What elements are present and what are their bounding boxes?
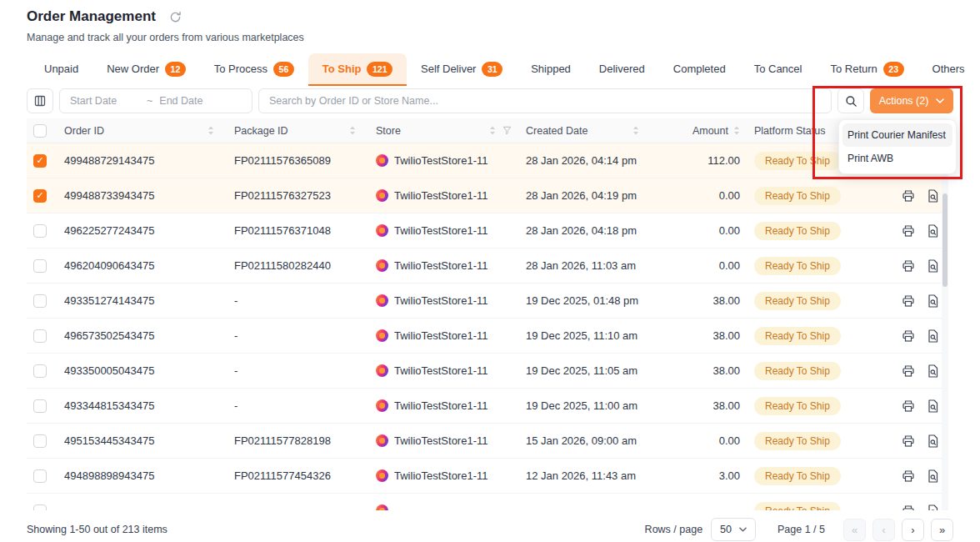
package-id-cell: -: [225, 294, 367, 307]
status-badge: Ready To Ship: [754, 187, 841, 205]
status-badge: Ready To Ship: [754, 257, 841, 275]
document-search-icon[interactable]: [927, 224, 939, 238]
document-search-icon[interactable]: [927, 189, 939, 203]
print-icon[interactable]: [902, 469, 915, 483]
sort-icon[interactable]: [733, 126, 740, 135]
print-icon[interactable]: [902, 224, 915, 238]
last-page-button[interactable]: »: [931, 519, 953, 541]
print-icon[interactable]: [902, 434, 915, 448]
tab-new-order[interactable]: New Order12: [92, 53, 200, 86]
start-date-placeholder: Start Date: [70, 95, 147, 107]
row-checkbox[interactable]: [33, 259, 47, 273]
rows-per-page-select[interactable]: 50: [711, 518, 756, 541]
sort-icon[interactable]: [632, 126, 639, 135]
tab-to-ship[interactable]: To Ship121: [308, 53, 407, 86]
tab-completed[interactable]: Completed: [659, 53, 740, 86]
row-checkbox[interactable]: [33, 504, 47, 511]
print-icon[interactable]: [902, 189, 915, 203]
tab-to-process[interactable]: To Process56: [200, 53, 308, 86]
created-date-cell: 19 Dec 2025, 11:05 am: [517, 364, 650, 377]
actions-button-label: Actions (2): [879, 95, 929, 107]
tab-shipped[interactable]: Shipped: [517, 53, 585, 86]
row-checkbox[interactable]: [33, 469, 47, 483]
tab-unpaid[interactable]: Unpaid: [30, 53, 92, 86]
document-search-icon[interactable]: [927, 329, 939, 343]
row-actions: [868, 189, 948, 203]
print-icon[interactable]: [902, 329, 915, 343]
menu-item-print-awb[interactable]: Print AWB: [842, 147, 952, 170]
columns-icon: [34, 95, 46, 107]
refresh-icon[interactable]: [169, 11, 182, 23]
package-id-cell: FP02111577828198: [225, 434, 367, 447]
sort-icon[interactable]: [208, 126, 214, 135]
row-checkbox[interactable]: [33, 224, 47, 238]
document-search-icon[interactable]: [927, 364, 939, 378]
tab-self-deliver[interactable]: Self Deliver31: [407, 53, 517, 86]
tab-others[interactable]: Others: [918, 53, 979, 86]
order-id-cell: 495153445343475: [55, 434, 225, 447]
print-icon[interactable]: [902, 399, 915, 413]
tab-to-return[interactable]: To Return23: [816, 53, 918, 86]
store-cell: [367, 504, 517, 510]
row-checkbox[interactable]: [33, 154, 47, 168]
search-button[interactable]: [838, 88, 864, 113]
row-checkbox[interactable]: [33, 399, 47, 413]
document-search-icon[interactable]: [927, 434, 939, 448]
prev-page-button[interactable]: ‹: [872, 519, 895, 541]
document-search-icon[interactable]: [927, 504, 939, 511]
filter-icon[interactable]: [502, 126, 512, 135]
column-header-order-id[interactable]: Order ID: [55, 125, 225, 137]
next-page-button[interactable]: ›: [902, 519, 924, 541]
document-search-icon[interactable]: [927, 469, 939, 483]
tab-count-badge: 31: [482, 62, 502, 77]
date-separator: ~: [147, 95, 152, 107]
row-checkbox[interactable]: [33, 329, 47, 343]
tab-label: Shipped: [531, 63, 571, 75]
document-search-icon[interactable]: [927, 399, 939, 413]
select-all-checkbox[interactable]: [33, 124, 47, 138]
column-header-amount[interactable]: Amount: [650, 125, 743, 137]
search-input[interactable]: [258, 88, 832, 113]
row-actions: [868, 504, 948, 511]
date-range-picker[interactable]: Start Date ~ End Date: [59, 88, 252, 113]
amount-cell: 0.00: [650, 259, 743, 272]
row-checkbox[interactable]: [33, 364, 47, 378]
column-settings-button[interactable]: [27, 88, 53, 113]
order-id-cell: 496225277243475: [55, 224, 225, 237]
tab-delivered[interactable]: Delivered: [585, 53, 659, 86]
document-glyph: [927, 399, 939, 413]
store-name: TwilioTestStore1-11: [394, 329, 488, 342]
table-header-row: Order ID Package ID Store Created Date: [27, 118, 948, 143]
table-body: 499488729143475FP02111576365089TwilioTes…: [27, 143, 948, 510]
status-tabs: UnpaidNew Order12To Process56To Ship121S…: [30, 53, 979, 86]
actions-button[interactable]: Actions (2): [870, 88, 953, 113]
scrollbar-thumb[interactable]: [942, 193, 948, 287]
actions-dropdown-menu: Print Courier ManifestPrint AWB: [838, 119, 957, 174]
sort-icon[interactable]: [489, 126, 496, 135]
document-search-icon[interactable]: [927, 294, 939, 308]
order-row: 499488729143475FP02111576365089TwilioTes…: [27, 143, 948, 178]
print-icon[interactable]: [902, 504, 915, 511]
tab-to-cancel[interactable]: To Cancel: [740, 53, 817, 86]
column-header-store[interactable]: Store: [367, 125, 517, 137]
print-icon[interactable]: [902, 364, 915, 378]
column-header-created-date[interactable]: Created Date: [517, 125, 650, 137]
print-icon[interactable]: [902, 259, 915, 273]
tab-label: Self Deliver: [421, 63, 476, 75]
pagination-controls: Rows / page 50 Page 1 / 5 « ‹ › »: [645, 518, 953, 541]
app: { "header": { "title": "Order Management…: [0, 0, 980, 542]
tab-label: To Return: [830, 63, 877, 75]
row-checkbox[interactable]: [33, 294, 47, 308]
marketplace-store-icon: [376, 189, 388, 202]
column-header-package-id[interactable]: Package ID: [225, 125, 367, 137]
menu-item-print-courier-manifest[interactable]: Print Courier Manifest: [842, 123, 952, 147]
first-page-button[interactable]: «: [843, 519, 866, 541]
document-search-icon[interactable]: [927, 259, 939, 273]
amount-cell: 38.00: [650, 294, 743, 307]
row-checkbox[interactable]: [33, 189, 47, 203]
sort-icon[interactable]: [349, 126, 356, 135]
vertical-scrollbar[interactable]: [942, 118, 948, 510]
tab-count-badge: 23: [883, 62, 904, 77]
row-checkbox[interactable]: [33, 434, 47, 448]
print-icon[interactable]: [902, 294, 915, 308]
